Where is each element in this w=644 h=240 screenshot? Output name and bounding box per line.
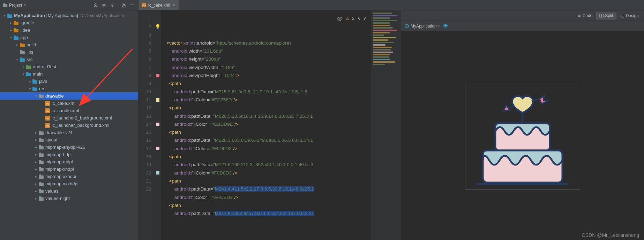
tree-item[interactable]: </>ic_cake.xml xyxy=(0,100,138,107)
vector-preview xyxy=(465,82,580,190)
project-view-dropdown[interactable]: Project ▼ xyxy=(3,3,27,8)
svg-rect-42 xyxy=(39,146,44,149)
tree-item[interactable]: ▸values-night xyxy=(0,195,138,202)
svg-rect-26 xyxy=(32,87,37,91)
svg-rect-53 xyxy=(39,182,41,183)
svg-rect-1 xyxy=(3,3,5,4)
svg-text:</>: </> xyxy=(46,117,49,119)
editor-area: </> ic_cake.xml ✕ 1234567891011121314151… xyxy=(138,0,644,240)
chevron-down-icon[interactable]: ∨ xyxy=(363,15,366,23)
svg-text:</>: </> xyxy=(46,124,49,127)
svg-rect-48 xyxy=(39,168,44,171)
tree-item[interactable]: ▸drawable-v24 xyxy=(0,129,138,136)
module-selector[interactable]: MyApplication ▾ xyxy=(404,24,440,29)
xml-file-icon: </> xyxy=(142,3,146,7)
svg-rect-41 xyxy=(39,138,41,139)
tree-item[interactable]: ▸values xyxy=(0,187,138,195)
svg-rect-46 xyxy=(39,161,44,164)
tab-design[interactable]: Design xyxy=(617,12,642,20)
design-panel: Code Split Design MyApplication ▾ xyxy=(400,10,644,240)
svg-rect-54 xyxy=(39,190,44,193)
tree-item[interactable]: ▸build xyxy=(0,41,138,48)
gear-icon[interactable] xyxy=(121,2,127,8)
tab-code[interactable]: Code xyxy=(574,12,596,20)
tree-item[interactable]: ▾src xyxy=(0,56,138,63)
tree-item[interactable]: ▸java xyxy=(0,78,138,85)
svg-rect-25 xyxy=(32,79,35,80)
svg-rect-11 xyxy=(14,28,16,29)
tree-item[interactable]: ▾main xyxy=(0,70,138,78)
tree-item[interactable]: </>ic_candle.xml xyxy=(0,107,138,114)
svg-rect-64 xyxy=(621,14,624,17)
svg-rect-21 xyxy=(26,65,28,66)
tree-item[interactable]: ▸androidTest xyxy=(0,63,138,70)
tree-item[interactable]: ▾app xyxy=(0,34,138,41)
tree-item[interactable]: </>ic_launcher2_background.xml xyxy=(0,114,138,122)
gutter-marks: 💡 xyxy=(155,10,161,240)
svg-rect-10 xyxy=(14,29,18,32)
tree-item[interactable]: ▸layout xyxy=(0,136,138,144)
tree-item[interactable]: ▾drawable xyxy=(0,92,138,100)
minimap[interactable] xyxy=(371,10,400,240)
svg-rect-19 xyxy=(20,57,22,59)
svg-rect-20 xyxy=(26,65,31,69)
hide-panel-icon[interactable] xyxy=(129,2,135,8)
collapse-all-icon[interactable] xyxy=(109,2,115,8)
editor-tab-bar: </> ic_cake.xml ✕ xyxy=(138,0,644,10)
chevron-up-icon[interactable]: ∧ xyxy=(357,15,360,23)
svg-rect-23 xyxy=(26,72,28,73)
project-panel-header: Project ▼ xyxy=(0,0,138,10)
svg-rect-51 xyxy=(39,175,41,176)
svg-rect-22 xyxy=(26,73,31,76)
svg-rect-16 xyxy=(20,51,25,54)
svg-point-4 xyxy=(123,4,125,6)
svg-rect-14 xyxy=(20,44,25,47)
svg-rect-56 xyxy=(39,197,44,200)
svg-rect-57 xyxy=(39,196,41,198)
svg-rect-29 xyxy=(39,94,41,95)
svg-point-65 xyxy=(621,15,622,15)
tree-item[interactable]: ▸mipmap-mdpi xyxy=(0,158,138,165)
project-root[interactable]: ▾ MyApplication [My Application] D:\Demo… xyxy=(0,12,138,19)
svg-rect-45 xyxy=(39,153,41,154)
svg-rect-38 xyxy=(39,131,44,134)
tree-item[interactable]: ▸mipmap-hdpi xyxy=(0,151,138,158)
svg-rect-44 xyxy=(39,153,44,156)
eye-icon[interactable] xyxy=(337,16,343,21)
tree-item[interactable]: libs xyxy=(0,48,138,56)
svg-rect-62 xyxy=(600,14,601,17)
divider xyxy=(117,2,117,8)
tree-item[interactable]: ▸mipmap-xxhdpi xyxy=(0,173,138,180)
tree-item[interactable]: ▾res xyxy=(0,85,138,92)
project-tree[interactable]: ▾ MyApplication [My Application] D:\Demo… xyxy=(0,10,138,240)
tree-item[interactable]: ▸mipmap-anydpi-v26 xyxy=(0,144,138,151)
tree-item[interactable]: ▸mipmap-xhdpi xyxy=(0,165,138,173)
design-toolbar: MyApplication ▾ xyxy=(401,21,644,31)
svg-rect-18 xyxy=(20,58,25,61)
tree-item[interactable]: ▸.gradle xyxy=(0,19,138,26)
design-canvas[interactable] xyxy=(401,31,644,240)
svg-text:</>: </> xyxy=(142,4,146,7)
svg-rect-17 xyxy=(20,50,22,51)
layers-icon[interactable] xyxy=(443,23,448,29)
svg-rect-13 xyxy=(14,36,16,37)
locate-icon[interactable] xyxy=(92,2,99,8)
close-icon[interactable]: ✕ xyxy=(172,3,175,7)
warning-count: 2 xyxy=(352,15,354,23)
warning-icon[interactable]: ⚠ xyxy=(345,15,349,23)
svg-rect-24 xyxy=(32,80,37,83)
expand-all-icon[interactable] xyxy=(101,2,107,8)
tree-item[interactable]: ▸.idea xyxy=(0,26,138,34)
svg-rect-15 xyxy=(20,43,22,44)
svg-rect-28 xyxy=(39,95,44,98)
code-editor[interactable]: ⚠2 ∧ ∨ <vector xmlns:android="http://sch… xyxy=(161,10,371,240)
svg-rect-55 xyxy=(39,189,41,190)
tree-item[interactable]: ▸mipmap-xxxhdpi xyxy=(0,180,138,187)
svg-rect-8 xyxy=(14,22,18,25)
tab-split[interactable]: Split xyxy=(596,12,616,20)
svg-rect-49 xyxy=(39,167,41,168)
editor-tab[interactable]: </> ic_cake.xml ✕ xyxy=(138,0,179,10)
watermark: CSDN @Mr_Leixiansheng xyxy=(582,232,639,238)
svg-point-3 xyxy=(95,5,96,6)
tree-item[interactable]: </>ic_launcher_background.xml xyxy=(0,122,138,129)
